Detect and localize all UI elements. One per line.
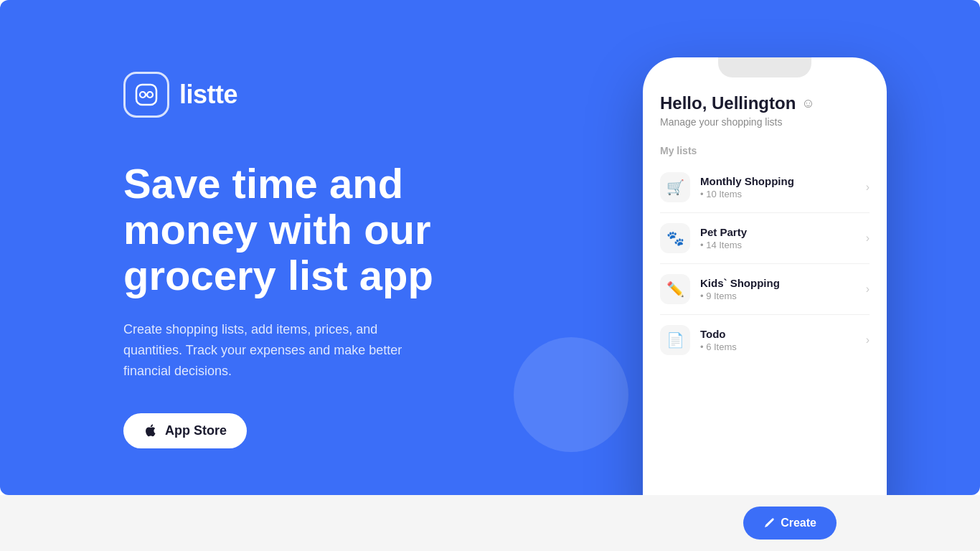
hero-left-content: listte Save time and money with our groc…	[123, 72, 540, 448]
bottom-bar: Create	[0, 495, 980, 551]
phone-mockup: Hello, Uellington ☺ Manage your shopping…	[643, 57, 887, 495]
chevron-right-icon: ›	[866, 232, 870, 245]
list-name: Monthly Shopping	[700, 175, 866, 187]
list-item[interactable]: 📄 Todo • 6 Items ›	[660, 315, 870, 365]
lists-container: 🛒 Monthly Shopping • 10 Items › 🐾 Pet Pa…	[660, 162, 870, 365]
greeting-icon: ☺	[801, 96, 814, 111]
list-icon: ✏️	[660, 274, 690, 304]
logo-area: listte	[123, 72, 540, 118]
brand-name: listte	[179, 80, 237, 110]
greeting-name: Hello, Uellington	[660, 93, 796, 113]
app-store-label: App Store	[165, 423, 227, 438]
svg-point-1	[140, 92, 146, 98]
hero-description: Create shopping lists, add items, prices…	[123, 319, 425, 381]
app-store-button[interactable]: App Store	[123, 413, 247, 448]
my-lists-label: My lists	[660, 145, 870, 156]
list-name: Kids` Shopping	[700, 277, 866, 289]
greeting-section: Hello, Uellington ☺ Manage your shopping…	[660, 93, 870, 128]
list-count: • 14 Items	[700, 240, 866, 250]
chevron-right-icon: ›	[866, 334, 870, 347]
list-count: • 6 Items	[700, 342, 866, 352]
list-count: • 10 Items	[700, 189, 866, 199]
chevron-right-icon: ›	[866, 181, 870, 194]
list-info: Kids` Shopping • 9 Items	[700, 277, 866, 301]
hero-headline: Save time and money with our grocery lis…	[123, 161, 540, 298]
svg-point-2	[147, 92, 153, 98]
list-info: Pet Party • 14 Items	[700, 226, 866, 250]
phone-frame: Hello, Uellington ☺ Manage your shopping…	[643, 57, 887, 495]
list-icon: 🛒	[660, 172, 690, 202]
chevron-right-icon: ›	[866, 283, 870, 296]
list-icon: 📄	[660, 325, 690, 355]
list-item[interactable]: ✏️ Kids` Shopping • 9 Items ›	[660, 264, 870, 315]
list-info: Todo • 6 Items	[700, 328, 866, 352]
apple-icon	[143, 423, 158, 438]
list-info: Monthly Shopping • 10 Items	[700, 175, 866, 199]
greeting-subtitle: Manage your shopping lists	[660, 116, 870, 128]
edit-icon	[763, 517, 775, 529]
list-name: Todo	[700, 328, 866, 340]
list-count: • 9 Items	[700, 291, 866, 301]
create-button[interactable]: Create	[743, 507, 837, 540]
greeting-row: Hello, Uellington ☺	[660, 93, 870, 113]
list-item[interactable]: 🛒 Monthly Shopping • 10 Items ›	[660, 162, 870, 213]
phone-notch	[718, 57, 811, 77]
list-icon: 🐾	[660, 223, 690, 253]
hero-section: listte Save time and money with our groc…	[0, 0, 980, 495]
phone-content: Hello, Uellington ☺ Manage your shopping…	[643, 57, 887, 495]
logo-icon	[123, 72, 169, 118]
create-label: Create	[781, 517, 816, 529]
list-item[interactable]: 🐾 Pet Party • 14 Items ›	[660, 213, 870, 264]
list-name: Pet Party	[700, 226, 866, 238]
